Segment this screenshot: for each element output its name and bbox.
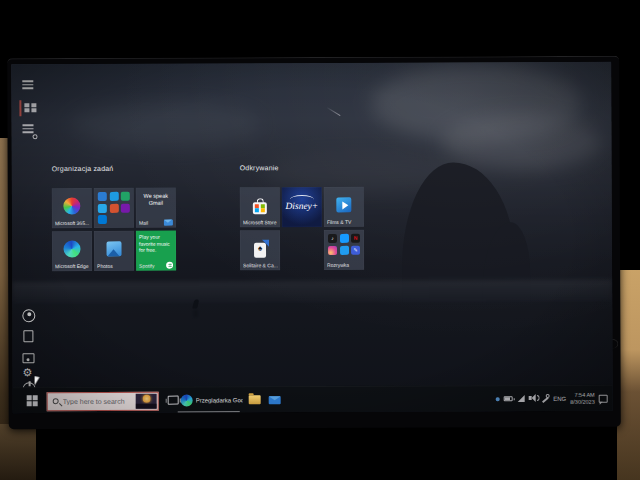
search-input[interactable]: Type here to search [47, 391, 159, 410]
prime-video-icon [339, 234, 348, 243]
user-account-button[interactable] [22, 309, 35, 322]
spotify-tile-text: Play your favorite music for free. [139, 234, 173, 254]
office-apps-icons [98, 192, 130, 224]
onedrive-icon [98, 203, 107, 212]
start-menu-button[interactable] [19, 78, 39, 94]
edge-taskbar-button[interactable]: Przeglądarka Googl... [175, 387, 243, 413]
active-window-indicator [178, 411, 240, 413]
tile-microsoft-store[interactable]: Microsoft Store [240, 187, 280, 227]
solitaire-icon [254, 243, 266, 258]
pinned-tiles-button[interactable] [19, 100, 39, 116]
mail-taskbar-button[interactable] [265, 387, 285, 413]
sketch-pen-icon: ✎ [351, 245, 360, 254]
instagram-icon [328, 245, 337, 254]
user-icon [27, 312, 31, 316]
taskbar: Type here to search Przeglądarka Googl..… [13, 385, 613, 414]
tile-entertainment-folder[interactable]: ♪ N ✎ Rozrywka [324, 230, 364, 270]
edge-icon [63, 241, 80, 258]
microsoft-365-icon [63, 198, 80, 215]
tile-photos[interactable]: Photos [94, 231, 134, 271]
bing-daily-image[interactable] [136, 393, 157, 408]
network-icon [518, 395, 525, 402]
pictures-button[interactable] [22, 353, 34, 363]
tile-solitaire[interactable]: Solitaire & Ca... [240, 230, 280, 270]
group-title: Organizacja zadań [52, 165, 114, 172]
mouse-cursor [35, 376, 40, 385]
search-icon [53, 398, 59, 404]
tiktok-icon: ♪ [328, 234, 337, 243]
tile-label: Solitaire & Ca... [243, 262, 278, 268]
edge-window-label: Przeglądarka Googl... [196, 397, 243, 403]
documents-button[interactable] [23, 330, 33, 342]
word-icon [98, 192, 107, 201]
laptop-frame: ⚙ Organizacja zadań Microsoft 365... We … [7, 56, 621, 430]
tile-label: Microsoft 365... [55, 220, 90, 226]
tile-label: Films & TV [327, 219, 362, 225]
file-explorer-button[interactable] [245, 387, 265, 413]
action-center-button[interactable] [597, 386, 611, 412]
tile-label: Microsoft Edge [55, 263, 90, 269]
battery-icon [504, 396, 513, 401]
hamburger-icon [22, 80, 33, 82]
edge-icon [181, 395, 193, 407]
tile-films-and-tv[interactable]: Films & TV [324, 187, 364, 227]
disney-plus-logo: Disney+ [282, 201, 322, 211]
mail-icon [269, 396, 281, 404]
start-button[interactable] [23, 388, 43, 413]
powerpoint-icon [109, 203, 118, 212]
spotify-icon [166, 261, 173, 268]
mail-tile-text: We speak Gmail [140, 193, 172, 207]
volume-status[interactable] [527, 386, 539, 412]
network-status[interactable] [516, 386, 527, 412]
tile-label: Photos [97, 263, 132, 269]
hidden-icons-button[interactable] [494, 386, 502, 412]
tray-app-icon [496, 397, 500, 401]
tile-microsoft-edge[interactable]: Microsoft Edge [52, 231, 92, 271]
power-icon [29, 381, 31, 386]
photos-icon [106, 241, 121, 256]
skype-icon [98, 215, 107, 224]
all-apps-button[interactable] [19, 122, 39, 138]
background-wall-bottom-left [0, 424, 36, 480]
films-and-tv-icon [336, 197, 351, 212]
battery-status[interactable] [503, 386, 516, 412]
netflix-icon: N [351, 234, 360, 243]
folder-icon [249, 395, 261, 404]
laptop-screen: ⚙ Organizacja zadań Microsoft 365... We … [11, 62, 613, 414]
tile-label: Rozrywka [327, 262, 362, 268]
pinned-tiles-icon [24, 103, 39, 112]
tile-mail[interactable]: We speak Gmail Mail [136, 188, 176, 228]
excel-icon [121, 192, 130, 201]
pictures-icon [26, 358, 29, 361]
mail-icon [164, 219, 173, 225]
tile-disney-plus[interactable]: Disney+ [282, 187, 322, 227]
tile-microsoft-365[interactable]: Microsoft 365... [52, 188, 92, 228]
group-title: Odkrywanie [240, 164, 279, 171]
tile-label: Microsoft Store [243, 219, 278, 225]
search-placeholder: Type here to search [63, 397, 136, 404]
microsoft-store-icon [253, 202, 267, 214]
all-apps-icon [22, 124, 33, 126]
action-center-icon [599, 395, 608, 403]
twitter-icon [340, 245, 349, 254]
tile-spotify[interactable]: Play your favorite music for free. Spoti… [136, 231, 176, 271]
clock[interactable]: 7:54 AM 8/30/2023 [565, 386, 595, 412]
tray-date: 8/30/2023 [565, 399, 595, 406]
tile-office-apps-folder[interactable] [94, 188, 134, 228]
onenote-icon [121, 203, 130, 212]
outlook-icon [109, 192, 118, 201]
windows-logo-icon [27, 395, 38, 406]
